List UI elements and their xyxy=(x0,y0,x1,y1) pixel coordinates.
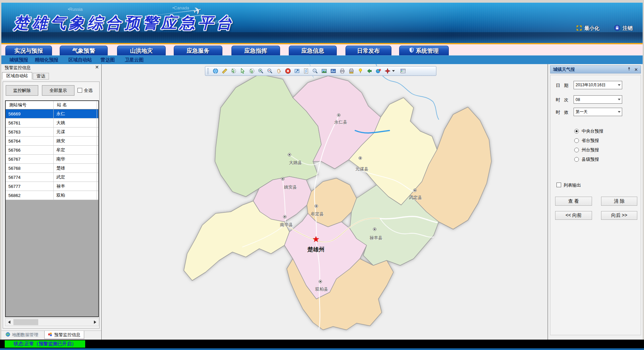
table-header: 测站编号 站 名 报警 xyxy=(6,101,99,109)
col-alarm: 报警 xyxy=(97,101,99,109)
pin-bulb-icon[interactable] xyxy=(357,68,363,74)
zoom-out-icon[interactable] xyxy=(267,68,273,74)
subnav-town-forecast[interactable]: 城镇预报 xyxy=(9,57,28,63)
release-monitor-button[interactable]: 监控解除 xyxy=(6,85,38,96)
select-arrow-icon[interactable] xyxy=(239,68,246,74)
table-row[interactable]: 56777禄丰24小时 xyxy=(6,182,99,191)
radio-county-forecast[interactable]: 县级预报 xyxy=(574,156,599,162)
date-select[interactable]: 2013年10月16日 xyxy=(574,81,622,89)
col-station-code: 测站编号 xyxy=(6,101,54,109)
list-output-checkbox[interactable] xyxy=(556,183,561,187)
show-all-button[interactable]: 全部显示 xyxy=(42,85,74,96)
tab-emergency-info[interactable]: 应急信息 xyxy=(289,46,337,55)
globe-small-icon xyxy=(6,332,10,338)
tab-live-forecast[interactable]: 实况与预报 xyxy=(5,46,52,55)
select-all-checkbox[interactable] xyxy=(77,88,82,93)
tab-emergency-service[interactable]: 应急服务 xyxy=(174,46,222,55)
print-setup-icon[interactable] xyxy=(348,68,354,74)
table-row[interactable]: 56862双柏24小时 xyxy=(6,191,99,200)
list-output-label: 列表输出 xyxy=(564,182,581,188)
close-icon[interactable]: ✕ xyxy=(634,67,638,72)
time-label: 时 次 xyxy=(556,97,570,103)
overlay-add-icon[interactable] xyxy=(375,68,381,74)
table-row[interactable]: 56764姚安24小时 xyxy=(6,137,99,146)
scroll-right-icon[interactable] xyxy=(92,319,98,325)
scrollbar-thumb[interactable] xyxy=(13,319,38,325)
chevron-down-icon xyxy=(616,111,622,113)
stop-icon[interactable] xyxy=(285,68,291,74)
subnav-auto-station[interactable]: 区域自动站 xyxy=(68,57,92,63)
select-circle-icon[interactable] xyxy=(249,68,255,74)
tab-daily-release[interactable]: 日常发布 xyxy=(345,46,391,55)
subnav-satellite-image[interactable]: 卫星云图 xyxy=(125,57,144,63)
table-row[interactable]: 56669永仁24小时 xyxy=(6,109,99,118)
sub-navigation: 城镇预报 精细化预报 区域自动站 雷达图 卫星云图 xyxy=(1,55,643,64)
prev-button[interactable]: << 向前 xyxy=(555,211,592,220)
tab-emergency-command[interactable]: 应急指挥 xyxy=(231,46,280,55)
table-row[interactable]: 56761大姚24小时 xyxy=(6,118,99,128)
worldmap-label: •Russia xyxy=(68,7,83,12)
globe-icon[interactable] xyxy=(212,68,218,74)
svg-text:?: ? xyxy=(314,69,315,72)
validity-select[interactable]: 第一天 xyxy=(574,108,622,116)
map-canvas[interactable]: ? 大姚县永仁县元谋县武定县姚安县牟定县南华县楚雄州禄丰县双柏县 ★ xyxy=(101,64,548,340)
radio-central-forecast[interactable]: 中央台预报 xyxy=(574,128,603,134)
print-icon[interactable] xyxy=(339,68,345,74)
back-arrow-icon[interactable] xyxy=(366,68,372,74)
radio-prefecture-forecast[interactable]: 州台预报 xyxy=(574,147,599,153)
select-lasso-icon[interactable] xyxy=(230,68,236,74)
full-extent-icon[interactable] xyxy=(294,68,300,74)
scroll-left-icon[interactable] xyxy=(6,319,12,325)
toolbar-grip[interactable] xyxy=(207,68,209,74)
tab-radar[interactable]: 雷达 xyxy=(33,73,49,80)
pan-hand-icon[interactable] xyxy=(276,68,282,74)
tab-weather-warning[interactable]: 气象预警 xyxy=(60,46,108,55)
chevron-down-icon xyxy=(616,84,622,86)
tab-map-data-management[interactable]: 地图数据管理 xyxy=(2,331,42,339)
main-navigation: 实况与预报 气象预警 山洪地灾 应急服务 应急指挥 应急信息 日常发布 系统管理 xyxy=(1,44,643,55)
dropdown-caret-icon[interactable] xyxy=(392,70,395,72)
zoom-in-icon[interactable] xyxy=(258,68,264,74)
map-export-icon[interactable] xyxy=(330,68,336,74)
application-window: •Russia Europe •Canada United States ✈ 楚… xyxy=(0,0,644,350)
map-toolbar: ? xyxy=(205,66,436,76)
horizontal-scrollbar[interactable] xyxy=(5,318,99,326)
panel-title: 城镇天气报 xyxy=(553,66,627,72)
tab-system-admin[interactable]: 系统管理 xyxy=(399,46,449,55)
image-icon[interactable] xyxy=(321,68,327,74)
table-row[interactable]: 56767南华24小时 xyxy=(6,155,99,164)
validity-label: 时 效 xyxy=(556,109,570,115)
station-table[interactable]: 测站编号 站 名 报警 56669永仁24小时56761大姚24小时56763元… xyxy=(5,100,99,317)
panel-header: 城镇天气报 ✕ xyxy=(550,65,641,73)
status-bar: 状态:正常（预警监测已开启） xyxy=(0,340,644,348)
pin-icon[interactable] xyxy=(627,66,631,72)
table-row[interactable]: 56774武定24小时 xyxy=(6,173,99,182)
subnav-fine-forecast[interactable]: 精细化预报 xyxy=(35,57,58,63)
radio-icon xyxy=(574,129,579,134)
radio-icon xyxy=(574,138,579,143)
logout-button[interactable]: 注销 xyxy=(614,25,633,32)
identify-icon[interactable]: ? xyxy=(312,68,318,74)
table-row[interactable]: 56768楚雄24小时 xyxy=(6,164,99,173)
minimize-button[interactable]: 最小化 xyxy=(576,25,599,32)
refresh-icon[interactable] xyxy=(303,68,309,74)
clear-button[interactable]: 清 除 xyxy=(601,197,637,206)
subnav-radar-image[interactable]: 雷达图 xyxy=(101,57,115,63)
table-row[interactable]: 56763元谋24小时 xyxy=(6,128,99,137)
header-banner: •Russia Europe •Canada United States ✈ 楚… xyxy=(1,3,643,43)
col-station-name: 站 名 xyxy=(54,101,97,109)
radio-province-forecast[interactable]: 省台预报 xyxy=(574,138,599,144)
next-button[interactable]: 向后 >> xyxy=(601,211,637,220)
tab-flood-disaster[interactable]: 山洪地灾 xyxy=(117,46,166,55)
tab-warning-monitor-info[interactable]: 预警监控信息 xyxy=(44,331,84,339)
measure-icon[interactable] xyxy=(221,68,227,74)
view-button[interactable]: 查 看 xyxy=(555,197,592,206)
minimize-icon xyxy=(576,25,582,32)
page-title: 楚雄气象综合预警应急平台 xyxy=(13,13,235,34)
legend-icon[interactable] xyxy=(400,68,406,74)
time-select[interactable]: 08 xyxy=(574,95,622,104)
compass-icon[interactable] xyxy=(384,68,390,74)
table-row[interactable]: 56766牟定24小时 xyxy=(6,146,99,155)
tab-region-auto-station[interactable]: 区域自动站 xyxy=(2,72,32,80)
close-icon[interactable]: ✕ xyxy=(94,64,100,70)
